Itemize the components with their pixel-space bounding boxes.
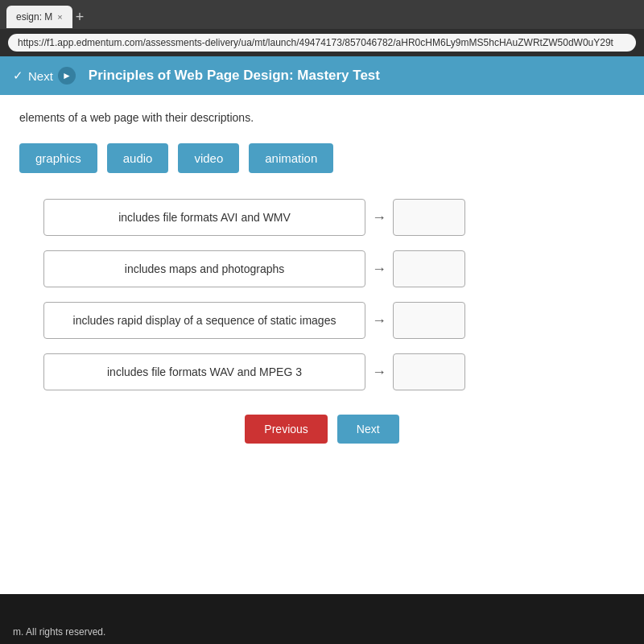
next-circle-icon: ► (58, 67, 76, 85)
drag-item-video[interactable]: video (178, 143, 239, 173)
next-button[interactable]: Next (337, 415, 399, 444)
instruction-text: elements of a web page with their descri… (19, 111, 625, 124)
match-description-2: includes maps and photographs (43, 250, 365, 287)
browser-chrome: esign: M × + https://f1.app.edmentum.com… (0, 0, 644, 56)
page-title: Principles of Web Page Design: Mastery T… (89, 68, 380, 84)
drop-zone-3[interactable] (393, 302, 465, 339)
page-content: elements of a web page with their descri… (0, 95, 644, 594)
table-row: includes file formats AVI and WMV → (43, 199, 625, 236)
browser-tab[interactable]: esign: M × (6, 6, 72, 28)
drag-item-audio[interactable]: audio (107, 143, 169, 173)
url-input[interactable]: https://f1.app.edmentum.com/assessments-… (8, 34, 636, 52)
table-row: includes maps and photographs → (43, 250, 625, 287)
table-row: includes file formats WAV and MPEG 3 → (43, 353, 625, 390)
arrow-icon-3: → (365, 312, 393, 329)
footer: m. All rights reserved. (0, 620, 644, 644)
previous-button[interactable]: Previous (245, 415, 327, 444)
checkmark-icon: ✓ (13, 68, 23, 83)
arrow-icon-2: → (365, 261, 393, 278)
arrow-icon-1: → (365, 209, 393, 226)
drop-zone-4[interactable] (393, 353, 465, 390)
next-nav-button[interactable]: ✓ Next ► (13, 67, 76, 85)
match-description-1: includes file formats AVI and WMV (43, 199, 365, 236)
bottom-buttons: Previous Next (19, 415, 625, 444)
tab-bar: esign: M × + (0, 0, 644, 29)
drop-zone-2[interactable] (393, 250, 465, 287)
next-label: Next (28, 69, 53, 83)
new-tab-button[interactable]: + (76, 9, 85, 26)
match-rows-container: includes file formats AVI and WMV → incl… (19, 199, 625, 390)
arrow-icon-4: → (365, 364, 393, 381)
match-description-3: includes rapid display of a sequence of … (43, 302, 365, 339)
drag-item-animation[interactable]: animation (249, 143, 333, 173)
drag-item-graphics[interactable]: graphics (19, 143, 97, 173)
drag-items-container: graphics audio video animation (19, 143, 625, 173)
match-description-4: includes file formats WAV and MPEG 3 (43, 353, 365, 390)
table-row: includes rapid display of a sequence of … (43, 302, 625, 339)
tab-close-button[interactable]: × (57, 12, 62, 22)
tab-label: esign: M (16, 11, 52, 23)
footer-text: m. All rights reserved. (13, 626, 105, 638)
drop-zone-1[interactable] (393, 199, 465, 236)
nav-bar: ✓ Next ► Principles of Web Page Design: … (0, 56, 644, 95)
address-bar: https://f1.app.edmentum.com/assessments-… (0, 29, 644, 56)
